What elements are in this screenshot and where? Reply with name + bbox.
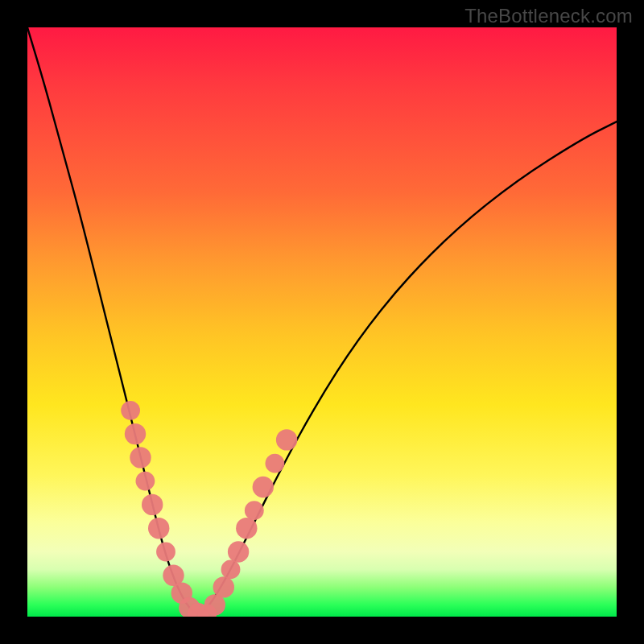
marker-dot (245, 501, 264, 520)
marker-dot (253, 477, 274, 497)
curve-svg (27, 27, 617, 617)
chart-frame: TheBottleneck.com (0, 0, 644, 644)
marker-dot (121, 401, 140, 420)
marker-dot (221, 560, 241, 580)
marker-layer (121, 401, 297, 617)
curve-layer (27, 27, 617, 613)
marker-dot (125, 423, 146, 444)
marker-dot (136, 472, 155, 491)
marker-dot (276, 429, 297, 450)
marker-dot (142, 494, 163, 515)
marker-dot (156, 543, 175, 562)
plot-area (27, 27, 617, 617)
watermark-text: TheBottleneck.com (464, 5, 633, 27)
marker-dot (148, 518, 169, 539)
marker-dot (130, 447, 151, 468)
marker-dot (213, 576, 234, 597)
bottleneck-curve (27, 27, 617, 613)
marker-dot (228, 541, 249, 562)
marker-dot (236, 518, 257, 539)
marker-dot (266, 454, 285, 473)
